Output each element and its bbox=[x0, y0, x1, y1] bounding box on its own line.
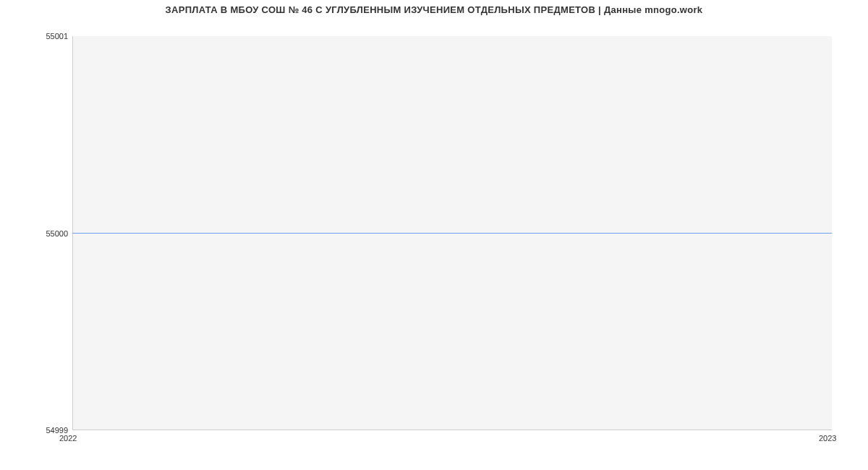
y-tick-label: 55001 bbox=[3, 32, 68, 40]
y-tick-label: 54999 bbox=[3, 426, 68, 435]
salary-line-chart: ЗАРПЛАТА В МБОУ СОШ № 46 С УГЛУБЛЕННЫМ И… bbox=[0, 0, 868, 470]
line-series-salary bbox=[72, 233, 832, 234]
x-tick-label: 2023 bbox=[819, 434, 836, 443]
y-tick-label: 55000 bbox=[3, 229, 68, 238]
x-tick-label: 2022 bbox=[59, 434, 77, 443]
chart-title: ЗАРПЛАТА В МБОУ СОШ № 46 С УГЛУБЛЕННЫМ И… bbox=[0, 0, 868, 15]
